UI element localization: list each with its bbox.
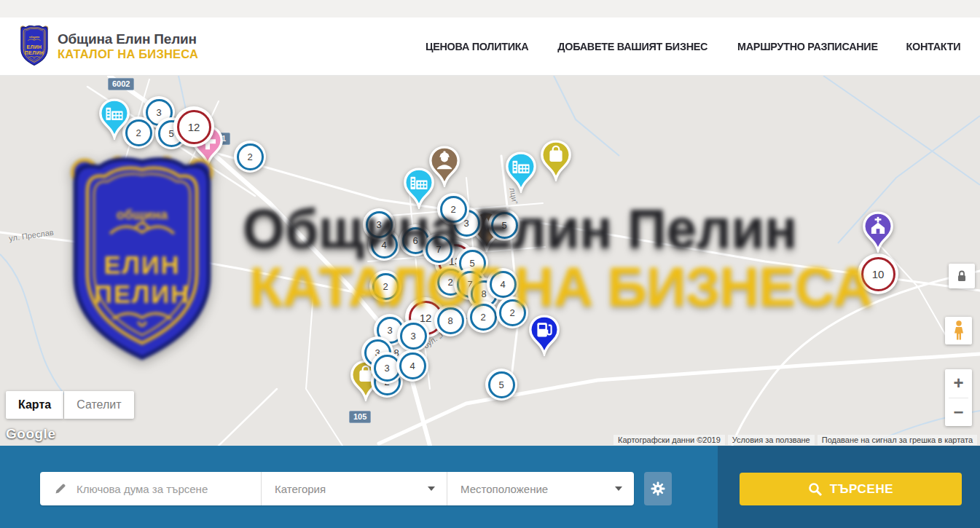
cluster-count: 3	[156, 107, 161, 118]
nav-route-schedule[interactable]: МАРШРУТНО РАЗПИСАНИЕ	[737, 40, 878, 52]
site-title: Община Елин Пелин	[58, 31, 198, 47]
street-view-pegman-button[interactable]	[945, 317, 972, 344]
cluster-count: 2	[480, 312, 485, 323]
keyword-field	[40, 472, 261, 505]
lock-icon	[954, 269, 969, 283]
road-number-badge: 105	[349, 411, 371, 423]
map-lock-button[interactable]	[949, 264, 975, 288]
cluster-count: 4	[409, 360, 415, 371]
cluster-count: 10	[872, 268, 885, 280]
worker-marker[interactable]	[428, 145, 461, 187]
map-cluster-marker[interactable]: 3	[397, 320, 429, 352]
municipality-crest-logo	[18, 25, 50, 67]
cluster-count: 12	[188, 121, 200, 133]
church-icon	[861, 210, 895, 253]
church-marker[interactable]	[861, 210, 895, 253]
map-cluster-marker[interactable]: 2	[369, 270, 401, 302]
search-icon	[808, 482, 823, 497]
site-subtitle: КАТАЛОГ НА БИЗНЕСА	[58, 47, 198, 61]
zoom-control: + −	[945, 369, 972, 426]
search-bar: ТЪРСЕНЕ Категория Местоположение	[0, 446, 980, 528]
google-logo[interactable]: Google	[6, 426, 55, 442]
map-cluster-marker[interactable]: 2	[467, 301, 499, 333]
factory-icon	[98, 98, 131, 140]
shopping-bag-icon	[539, 139, 573, 181]
cluster-count: 3	[410, 331, 415, 342]
keyword-search-input[interactable]	[75, 482, 261, 496]
location-select[interactable]: Местоположение	[447, 472, 634, 505]
nav-price-policy[interactable]: ЦЕНОВА ПОЛИТИКА	[426, 40, 528, 52]
map-cluster-marker[interactable]: 2	[496, 296, 528, 328]
chevron-down-icon	[428, 486, 435, 491]
page-top-strip	[0, 0, 980, 17]
cluster-count: 2	[509, 307, 514, 318]
cluster-count: 2	[447, 277, 452, 288]
pegman-icon	[950, 320, 968, 342]
cluster-count: 8	[447, 315, 452, 326]
brand[interactable]: Община Елин Пелин КАТАЛОГ НА БИЗНЕСА	[18, 26, 198, 67]
advanced-settings-button[interactable]	[644, 472, 672, 505]
worker-icon	[428, 145, 461, 187]
fuel-pump-icon	[528, 314, 561, 356]
map-attribution: Картографски данни ©2019 Условия за полз…	[611, 435, 977, 445]
pencil-icon	[54, 482, 67, 495]
fuel-pump-marker[interactable]	[528, 314, 561, 356]
map-cluster-marker[interactable]: 4	[396, 350, 428, 382]
shopping-bag-marker[interactable]	[539, 139, 573, 181]
cluster-count: 4	[500, 279, 505, 290]
category-select[interactable]: Категория	[261, 472, 447, 505]
cluster-count: 4	[381, 240, 386, 251]
cluster-count: 2	[247, 151, 252, 162]
factory-marker[interactable]	[504, 151, 538, 193]
road-number-badge: 6002	[108, 78, 134, 90]
map-type-control: Карта Сателит	[6, 391, 134, 419]
cluster-count: 2	[383, 281, 388, 292]
gear-icon	[649, 480, 667, 497]
cluster-count: 6	[412, 235, 418, 246]
cluster-count: 8	[481, 288, 486, 299]
cluster-count: 7	[436, 244, 441, 255]
map-cluster-marker[interactable]: 7	[423, 233, 455, 265]
search-button-label: ТЪРСЕНЕ	[830, 482, 894, 497]
factory-marker[interactable]	[98, 98, 131, 140]
cluster-count: 5	[501, 220, 506, 231]
map-cluster-marker[interactable]: 5	[488, 209, 520, 241]
attribution-report-link[interactable]: Подаване на сигнал за грешка в картата	[818, 435, 977, 445]
zoom-out-button[interactable]: −	[945, 398, 972, 427]
search-bar-right-panel: ТЪРСЕНЕ	[718, 446, 980, 528]
map-type-map-button[interactable]: Карта	[6, 391, 63, 419]
map-cluster-marker[interactable]: 12	[173, 106, 214, 147]
category-select-value: Категория	[275, 483, 326, 495]
map-type-satellite-button[interactable]: Сателит	[64, 391, 133, 419]
cluster-count: 5	[498, 379, 503, 390]
cluster-count: 3	[376, 219, 381, 230]
cluster-count: 3	[384, 363, 389, 374]
map-cluster-marker[interactable]: 5	[485, 369, 517, 401]
nav-add-business[interactable]: ДОБАВЕТЕ ВАШИЯТ БИЗНЕС	[557, 40, 707, 52]
map-cluster-marker[interactable]: 8	[434, 304, 466, 336]
cluster-count: 2	[136, 127, 141, 138]
cluster-count: 3	[387, 325, 392, 336]
map-cluster-marker[interactable]: 4	[487, 268, 519, 300]
header: Община Елин Пелин КАТАЛОГ НА БИЗНЕСА ЦЕН…	[0, 17, 980, 76]
map-canvas[interactable]: 60021105ул. Преславлци“бул. „Новосел 325…	[0, 76, 980, 446]
search-button[interactable]: ТЪРСЕНЕ	[740, 473, 962, 505]
factory-icon	[504, 151, 538, 193]
cluster-count: 5	[469, 258, 474, 269]
map-cluster-marker[interactable]: 10	[858, 253, 898, 294]
attribution-copyright: Картографски данни ©2019	[614, 435, 725, 445]
cluster-count: 2	[450, 204, 455, 215]
zoom-in-button[interactable]: +	[945, 369, 972, 398]
location-select-value: Местоположение	[460, 483, 548, 495]
map-cluster-marker[interactable]: 2	[437, 193, 469, 225]
search-form: Категория Местоположение	[40, 472, 634, 505]
map-cluster-marker[interactable]: 2	[234, 141, 266, 173]
nav-contacts[interactable]: КОНТАКТИ	[906, 40, 961, 52]
chevron-down-icon	[615, 486, 622, 491]
map-cluster-marker[interactable]: 3	[363, 208, 395, 240]
main-nav: ЦЕНОВА ПОЛИТИКА ДОБАВЕТЕ ВАШИЯТ БИЗНЕС М…	[423, 40, 962, 52]
attribution-terms-link[interactable]: Условия за ползване	[728, 435, 815, 445]
